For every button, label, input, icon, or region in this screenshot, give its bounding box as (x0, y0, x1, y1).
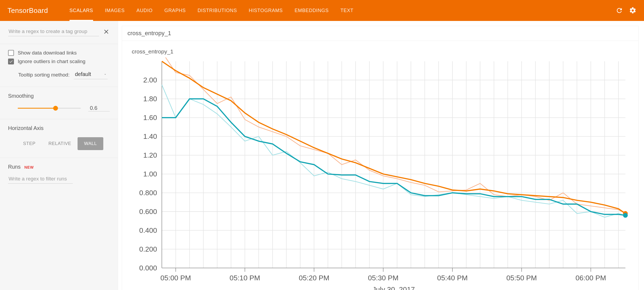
svg-text:0.000: 0.000 (139, 264, 157, 272)
svg-text:05:10 PM: 05:10 PM (230, 274, 260, 282)
svg-text:0.200: 0.200 (139, 245, 157, 253)
smoothing-slider[interactable] (18, 106, 81, 111)
tag-filter-input[interactable] (8, 27, 99, 36)
runs-title: Runs (8, 164, 21, 170)
smoothing-section: Smoothing (0, 87, 118, 119)
tab-scalars[interactable]: SCALARS (69, 0, 93, 21)
primary-tabs: SCALARSIMAGESAUDIOGRAPHSDISTRIBUTIONSHIS… (69, 0, 616, 21)
svg-text:06:00 PM: 06:00 PM (576, 274, 606, 282)
close-icon[interactable] (103, 28, 110, 35)
checkbox-icon (8, 59, 14, 64)
svg-text:1.20: 1.20 (143, 151, 157, 159)
settings-gear-icon[interactable] (629, 7, 636, 14)
svg-text:05:20 PM: 05:20 PM (299, 274, 329, 282)
header-bar: TensorBoard SCALARSIMAGESAUDIOGRAPHSDIST… (0, 0, 644, 21)
body: Show data download links Ignore outliers… (0, 21, 644, 290)
svg-text:05:30 PM: 05:30 PM (368, 274, 398, 282)
svg-point-73 (623, 213, 628, 218)
svg-text:05:40 PM: 05:40 PM (437, 274, 468, 282)
tab-audio[interactable]: AUDIO (137, 0, 153, 21)
svg-text:05:00 PM: 05:00 PM (160, 274, 191, 282)
axis-section: Horizontal Axis STEPRELATIVEWALL (0, 119, 118, 158)
scalar-panel: cross_entropy_1 cross_entropy_1 0.0000.2… (122, 26, 639, 290)
tag-filter-section (0, 21, 118, 44)
axis-button-group: STEPRELATIVEWALL (17, 137, 103, 150)
header-icons (616, 7, 636, 14)
panel-header[interactable]: cross_entropy_1 (122, 26, 638, 41)
tooltip-sort-label: Tooltip sorting method: (18, 72, 69, 78)
svg-text:1.60: 1.60 (143, 114, 157, 122)
ignore-outliers-option[interactable]: Ignore outliers in chart scaling (8, 59, 110, 64)
svg-text:1.40: 1.40 (143, 132, 157, 140)
svg-text:0.600: 0.600 (139, 208, 157, 216)
tab-histograms[interactable]: HISTOGRAMS (249, 0, 283, 21)
chevron-down-icon (103, 73, 107, 76)
runs-section: Runs NEW (0, 158, 118, 191)
tooltip-sort-select[interactable]: default (74, 70, 108, 79)
runs-new-badge: NEW (24, 165, 34, 169)
refresh-icon[interactable] (616, 7, 623, 14)
smoothing-title: Smoothing (8, 93, 110, 99)
ignore-outliers-label: Ignore outliers in chart scaling (18, 59, 85, 64)
show-download-option[interactable]: Show data download links (8, 50, 110, 56)
tab-graphs[interactable]: GRAPHS (164, 0, 186, 21)
tab-embeddings[interactable]: EMBEDDINGS (295, 0, 329, 21)
main-content: cross_entropy_1 cross_entropy_1 0.0000.2… (118, 21, 644, 290)
svg-text:2.00: 2.00 (143, 76, 157, 84)
svg-text:1.80: 1.80 (143, 95, 157, 103)
svg-text:July 30, 2017: July 30, 2017 (372, 285, 415, 290)
line-chart[interactable]: 0.0000.2000.4000.6000.8001.001.201.401.6… (129, 57, 633, 290)
svg-text:1.00: 1.00 (143, 170, 157, 178)
show-download-label: Show data download links (18, 50, 77, 56)
svg-text:0.800: 0.800 (139, 189, 157, 197)
smoothing-value-input[interactable] (88, 105, 110, 111)
tab-distributions[interactable]: DISTRIBUTIONS (197, 0, 237, 21)
axis-button-step[interactable]: STEP (17, 137, 42, 150)
axis-button-relative[interactable]: RELATIVE (42, 137, 78, 150)
axis-button-wall[interactable]: WALL (78, 137, 103, 150)
chart-title: cross_entropy_1 (122, 41, 638, 56)
tab-images[interactable]: IMAGES (105, 0, 125, 21)
options-section: Show data download links Ignore outliers… (0, 44, 118, 87)
app-root: TensorBoard SCALARSIMAGESAUDIOGRAPHSDIST… (0, 0, 644, 290)
axis-title: Horizontal Axis (8, 125, 110, 131)
runs-filter-input[interactable] (8, 174, 73, 184)
sidebar: Show data download links Ignore outliers… (0, 21, 118, 290)
app-title: TensorBoard (8, 6, 48, 15)
svg-text:0.400: 0.400 (139, 226, 157, 234)
svg-text:05:50 PM: 05:50 PM (506, 274, 537, 282)
tooltip-sort-value: default (75, 71, 91, 77)
tab-text[interactable]: TEXT (341, 0, 353, 21)
checkbox-icon (8, 50, 14, 56)
